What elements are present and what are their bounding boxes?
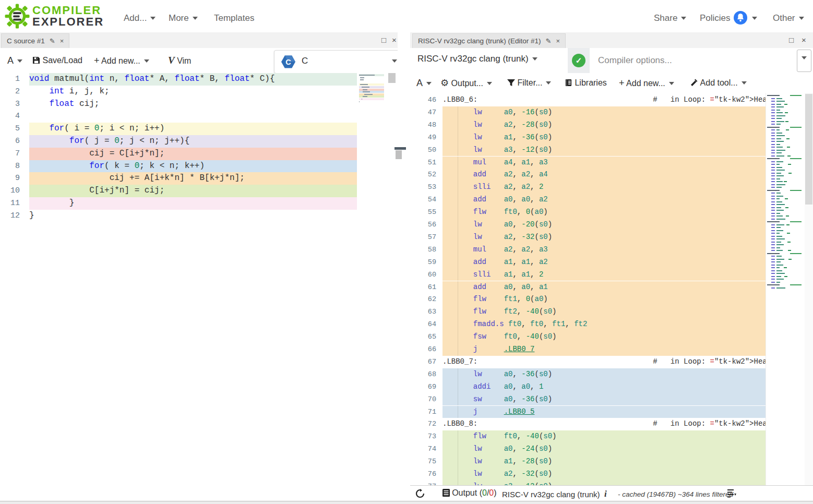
recompile-icon[interactable] <box>415 489 425 500</box>
output-button[interactable]: ⚙ Output... <box>440 77 492 90</box>
asm-line-text[interactable]: fmadd.s ft0, ft0, ft1, ft2 <box>443 318 766 331</box>
tab-compiler[interactable]: RISC-V rv32gc clang (trunk) (Editor #1)✎… <box>412 33 566 49</box>
maximize-pane-icon[interactable]: □ <box>789 36 794 44</box>
asm-row[interactable]: 75 lw a1, -28(s0) <box>410 455 813 468</box>
asm-line-text[interactable]: slli a1, a1, 2 <box>443 269 766 281</box>
asm-row[interactable]: 50 lw a3, -12(s0) <box>410 144 813 157</box>
asm-row[interactable]: 58 mul a2, a2, a3 <box>410 244 813 256</box>
asm-line-text[interactable]: lw a0, -16(s0) <box>443 106 766 119</box>
asm-scrollbar-thumb[interactable] <box>805 94 812 205</box>
filtered-lines-icon[interactable] <box>727 489 736 499</box>
asm-line-text[interactable]: sw a0, -36(s0) <box>443 393 766 406</box>
asm-row[interactable]: 73 flw ft0, -40(s0) <box>410 430 813 443</box>
pane-splitter[interactable] <box>398 32 410 501</box>
source-line[interactable]: 8 for( k = 0; k < n; k++) <box>0 160 398 173</box>
add-tool-button[interactable]: Add tool... <box>690 77 747 90</box>
compiler-picker[interactable]: RISC-V rv32gc clang (trunk) <box>417 54 537 64</box>
asm-line-text[interactable]: flw ft0, 0(a0) <box>443 206 766 219</box>
compiler-explorer-logo-icon[interactable] <box>4 3 30 29</box>
asm-row[interactable]: 72.LBB0_8: # in Loop: ="tk-kw2">Header=B… <box>410 418 813 430</box>
save-load-button[interactable]: Save/Load <box>32 54 82 68</box>
info-icon[interactable]: i <box>604 489 607 499</box>
asm-line-text[interactable]: lw a0, -24(s0) <box>443 443 766 455</box>
asm-line-text[interactable]: j .LBB0_5 <box>443 406 766 418</box>
maximize-pane-icon[interactable]: □ <box>381 36 386 44</box>
asm-line-text[interactable]: add a1, a1, a2 <box>443 256 766 269</box>
source-line[interactable]: 1void matmul(int n, float* A, float* B, … <box>0 73 398 86</box>
asm-row[interactable]: 64 fmadd.s ft0, ft0, ft1, ft2 <box>410 318 813 331</box>
source-line[interactable]: 5 for( i = 0; i < n; i++) <box>0 123 398 135</box>
asm-row[interactable]: 66 j .LBB0_7 <box>410 343 813 356</box>
source-line-text[interactable]: } <box>29 210 357 222</box>
source-line-text[interactable]: int i, j, k; <box>29 86 357 98</box>
asm-row[interactable]: 49 lw a1, -36(s0) <box>410 131 813 144</box>
rename-pencil-icon[interactable]: ✎ <box>50 37 55 45</box>
asm-row[interactable]: 46.LBB0_6: # in Loop: ="tk-kw2">Header=B… <box>410 94 813 106</box>
source-line[interactable]: 10 C[i+j*n] = cij; <box>0 185 398 197</box>
source-line-text[interactable]: float cij; <box>29 98 357 111</box>
asm-row[interactable]: 63 flw ft2, -40(s0) <box>410 306 813 318</box>
source-line-text[interactable]: void matmul(int n, float* A, float* B, f… <box>29 73 357 86</box>
asm-row[interactable]: 69 addi a0, a0, 1 <box>410 381 813 393</box>
source-line[interactable]: 6 for( j = 0; j < n; j++){ <box>0 135 398 148</box>
filter-button[interactable]: Filter... <box>507 77 551 90</box>
close-pane-icon[interactable]: × <box>392 36 397 44</box>
asm-row[interactable]: 57 lw a2, -32(s0) <box>410 231 813 244</box>
menu-more[interactable]: More <box>169 11 198 25</box>
asm-row[interactable]: 56 lw a0, -20(s0) <box>410 219 813 231</box>
font-size-button[interactable]: A <box>416 77 432 90</box>
asm-row[interactable]: 52 add a2, a2, a4 <box>410 169 813 181</box>
asm-row[interactable]: 76 lw a2, -32(s0) <box>410 468 813 481</box>
asm-row[interactable]: 70 sw a0, -36(s0) <box>410 393 813 406</box>
asm-row[interactable]: 48 lw a2, -28(s0) <box>410 119 813 131</box>
source-line[interactable]: 3 float cij; <box>0 98 398 111</box>
asm-line-text[interactable]: add a0, a0, a2 <box>443 194 766 206</box>
source-line-text[interactable]: for( j = 0; j < n; j++){ <box>29 135 357 148</box>
asm-line-text[interactable]: lw a0, -20(s0) <box>443 219 766 231</box>
asm-editor[interactable]: 46.LBB0_6: # in Loop: ="tk-kw2">Header=B… <box>410 93 813 485</box>
asm-line-text[interactable]: slli a2, a2, 2 <box>443 181 766 194</box>
asm-row[interactable]: 60 slli a1, a1, 2 <box>410 269 813 281</box>
source-line-text[interactable]: for( i = 0; i < n; i++) <box>29 123 357 135</box>
source-line[interactable]: 7 cij = C[i+j*n]; <box>0 148 398 160</box>
asm-line-text[interactable]: lw a2, -32(s0) <box>443 231 766 244</box>
libraries-button[interactable]: Libraries <box>565 77 607 90</box>
asm-row[interactable]: 61 add a0, a0, a1 <box>410 281 813 294</box>
menu-templates[interactable]: Templates <box>214 11 254 25</box>
font-size-button[interactable]: A <box>7 54 22 67</box>
options-dropdown-button[interactable] <box>797 50 811 72</box>
asm-row[interactable]: 47 lw a0, -16(s0) <box>410 106 813 119</box>
asm-row[interactable]: 67.LBB0_7: # in Loop: ="tk-kw2">Header=B… <box>410 356 813 368</box>
asm-line-text[interactable]: .LBB0_6: # in Loop: ="tk-kw2">Header=BB0 <box>443 94 766 106</box>
source-scrollbar-thumb[interactable] <box>388 73 396 83</box>
language-selector[interactable]: C C <box>274 50 404 74</box>
source-editor[interactable]: 1void matmul(int n, float* A, float* B, … <box>0 73 398 501</box>
asm-line-text[interactable]: j .LBB0_7 <box>443 343 766 356</box>
asm-line-text[interactable]: lw a1, -28(s0) <box>443 455 766 468</box>
source-line-text[interactable]: cij += A[i+k*n] * B[k+j*n]; <box>29 172 357 185</box>
asm-line-text[interactable]: lw a1, -36(s0) <box>443 131 766 144</box>
asm-line-text[interactable]: add a0, a0, a1 <box>443 281 766 294</box>
close-tab-icon[interactable]: × <box>556 37 560 45</box>
asm-line-text[interactable]: fsw ft0, -40(s0) <box>443 331 766 343</box>
tab-c-source[interactable]: C source #1✎× <box>1 33 69 49</box>
asm-line-text[interactable]: lw a0, -36(s0) <box>443 368 766 381</box>
asm-line-text[interactable]: mul a2, a2, a3 <box>443 244 766 256</box>
output-toggle[interactable]: Output (0/0) <box>443 488 497 498</box>
compiler-options-input[interactable] <box>597 52 787 69</box>
menu-other[interactable]: Other <box>773 11 804 25</box>
asm-line-text[interactable]: lw a2, -28(s0) <box>443 119 766 131</box>
vim-toggle-button[interactable]: V Vim <box>168 54 191 67</box>
source-line[interactable]: 2 int i, j, k; <box>0 86 398 98</box>
asm-row[interactable]: 51 mul a4, a1, a3 <box>410 157 813 169</box>
asm-row[interactable]: 77 lw a3, -12(s0) <box>410 481 813 485</box>
close-pane-icon[interactable]: × <box>802 36 806 44</box>
asm-line-text[interactable]: lw a2, -32(s0) <box>443 468 766 481</box>
asm-row[interactable]: 62 flw ft1, 0(a0) <box>410 293 813 306</box>
asm-row[interactable]: 59 add a1, a1, a2 <box>410 256 813 269</box>
source-line[interactable]: 4 <box>0 110 398 123</box>
asm-line-text[interactable]: .LBB0_8: # in Loop: ="tk-kw2">Header=BB0 <box>443 418 766 430</box>
source-line-text[interactable]: for( k = 0; k < n; k++) <box>29 160 357 173</box>
asm-minimap[interactable] <box>766 93 805 485</box>
source-line[interactable]: 9 cij += A[i+k*n] * B[k+j*n]; <box>0 172 398 185</box>
